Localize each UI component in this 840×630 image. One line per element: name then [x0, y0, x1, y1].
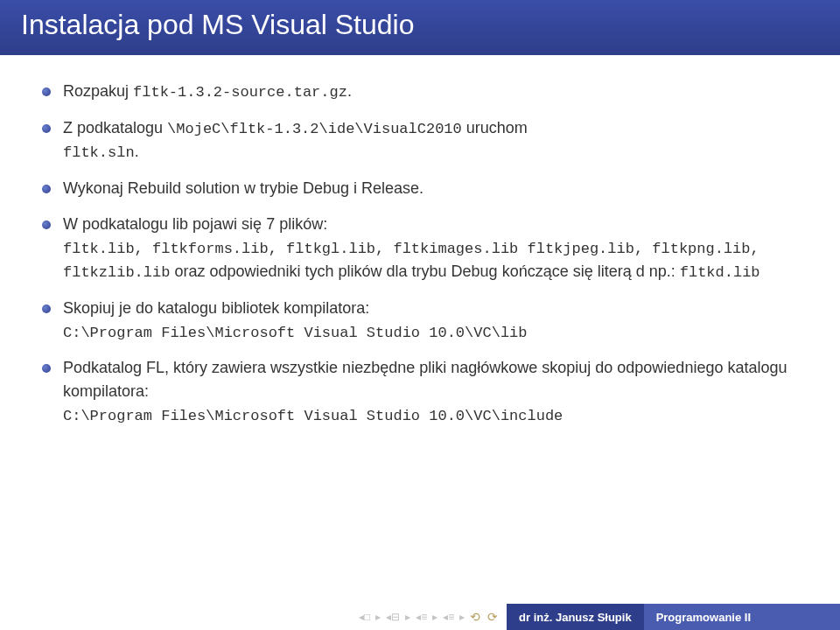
bullet-icon: [42, 364, 51, 373]
nav-sub-next-icon[interactable]: ▸: [432, 611, 438, 623]
bullet-icon: [42, 88, 51, 96]
nav-prev-icon[interactable]: ▸: [375, 611, 381, 623]
slide-title: Instalacja pod MS Visual Studio: [0, 0, 840, 55]
item-text: W podkatalogu lib pojawi się 7 plików: f…: [63, 213, 798, 284]
list-item: Wykonaj Rebuild solution w trybie Debug …: [42, 177, 798, 200]
footer-author: dr inż. Janusz Słupik: [507, 604, 644, 630]
list-item: Skopiuj je do katalogu bibliotek kompila…: [42, 297, 798, 345]
nav-controls: ◂□ ▸ ◂⊟ ▸ ◂≡ ▸ ◂≡ ▸ ⟲ ⟳: [0, 604, 507, 630]
item-text: Z podkatalogu \MojeC\fltk-1.3.2\ide\Visu…: [63, 116, 798, 164]
nav-section-prev-icon[interactable]: ◂⊟: [386, 611, 400, 623]
item-text: Podkatalog FL, który zawiera wszystkie n…: [63, 356, 798, 428]
item-text: Wykonaj Rebuild solution w trybie Debug …: [63, 177, 798, 200]
list-item: Z podkatalogu \MojeC\fltk-1.3.2\ide\Visu…: [42, 116, 798, 164]
nav-slide-next-icon[interactable]: ▸: [459, 611, 465, 623]
footer-course: Programowanie II: [644, 604, 840, 630]
title-text: Instalacja pod MS Visual Studio: [21, 9, 414, 40]
slide-content: Rozpakuj fltk-1.3.2-source.tar.gz. Z pod…: [0, 55, 840, 428]
list-item: Podkatalog FL, który zawiera wszystkie n…: [42, 356, 798, 428]
bullet-icon: [42, 220, 51, 229]
nav-slide-prev-icon[interactable]: ◂≡: [443, 611, 454, 623]
nav-refresh-icon[interactable]: ⟲ ⟳: [470, 610, 498, 624]
list-item: W podkatalogu lib pojawi się 7 plików: f…: [42, 213, 798, 284]
item-text: Rozpakuj fltk-1.3.2-source.tar.gz.: [63, 80, 798, 104]
bullet-icon: [42, 124, 51, 133]
bullet-icon: [42, 185, 51, 193]
nav-section-next-icon[interactable]: ▸: [405, 611, 410, 623]
list-item: Rozpakuj fltk-1.3.2-source.tar.gz.: [42, 80, 798, 104]
item-text: Skopiuj je do katalogu bibliotek kompila…: [63, 297, 798, 345]
bullet-icon: [42, 304, 51, 313]
nav-sub-prev-icon[interactable]: ◂≡: [416, 611, 427, 623]
footer: ◂□ ▸ ◂⊟ ▸ ◂≡ ▸ ◂≡ ▸ ⟲ ⟳ dr inż. Janusz S…: [0, 604, 840, 630]
nav-first-icon[interactable]: ◂□: [359, 611, 370, 623]
